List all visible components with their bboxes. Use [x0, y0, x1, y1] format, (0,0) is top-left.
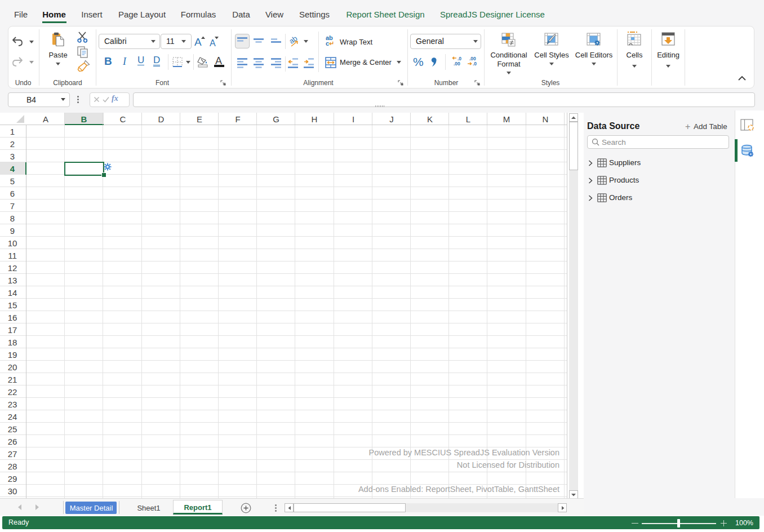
svg-text:.0: .0 [473, 61, 477, 66]
svg-text:.00: .00 [454, 61, 460, 66]
